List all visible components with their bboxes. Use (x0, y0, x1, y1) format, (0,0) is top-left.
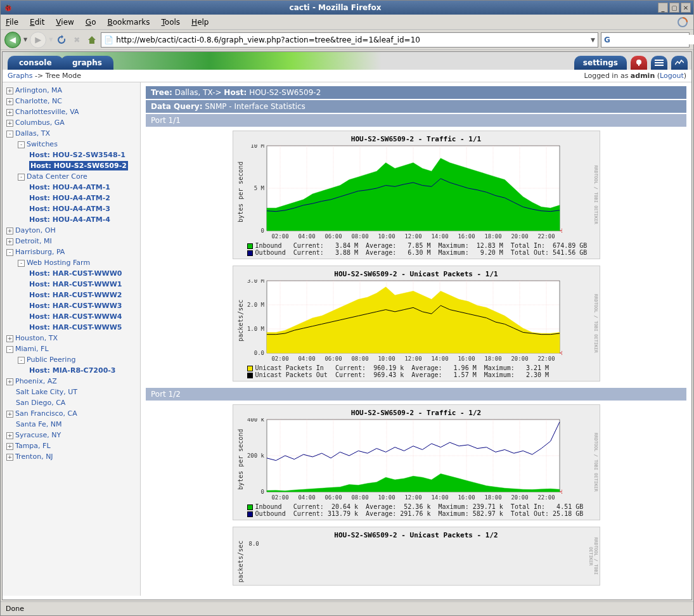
tree-host-item[interactable]: Host: HAR-CUST-WWW4 (4, 311, 139, 322)
tree-node[interactable]: -Dallas, TX (4, 128, 139, 139)
tree-host-item[interactable]: Host: HAR-CUST-WWW2 (4, 290, 139, 300)
tree-link[interactable]: Charlotte, NC (15, 97, 62, 105)
tree-node[interactable]: +Arlington, MA (4, 85, 139, 96)
list-view-icon[interactable] (651, 56, 667, 70)
tree-host-item[interactable]: Host: HOU-A4-ATM-3 (4, 203, 139, 214)
tree-node[interactable]: Salt Lake City, UT (4, 387, 139, 397)
expand-icon[interactable]: + (6, 432, 13, 439)
tree-link[interactable]: Web Hosting Farm (27, 259, 90, 267)
tree-node[interactable]: +Trenton, NJ (4, 451, 139, 462)
tree-link[interactable]: Host: HAR-CUST-WWW5 (29, 323, 122, 331)
search-input[interactable] (613, 35, 694, 44)
forward-dropdown-icon[interactable]: ▼ (49, 37, 53, 42)
tree-node[interactable]: San Diego, CA (4, 397, 139, 408)
url-input[interactable] (116, 35, 588, 44)
expand-icon[interactable]: - (18, 174, 25, 181)
expand-icon[interactable]: - (6, 346, 13, 353)
graph-unicast12[interactable]: RRDTOOL / TOBI OETIKER HOU-S2-SW6509-2 -… (233, 527, 600, 586)
search-engine-icon[interactable]: G (604, 35, 610, 44)
expand-icon[interactable]: + (6, 411, 13, 418)
tree-host-item[interactable]: Host: HAR-CUST-WWW1 (4, 279, 139, 290)
tree-node[interactable]: +Charlotte, NC (4, 96, 139, 106)
tree-link[interactable]: Host: HAR-CUST-WWW1 (29, 280, 122, 288)
tree-link[interactable]: Miami, FL (15, 345, 49, 353)
tree-link[interactable]: Host: HAR-CUST-WWW4 (29, 312, 122, 321)
expand-icon[interactable]: + (6, 238, 13, 245)
preview-view-icon[interactable] (671, 56, 688, 70)
tree-node[interactable]: -Miami, FL (4, 343, 139, 354)
tree-node[interactable]: +Syracuse, NY (4, 430, 139, 440)
tree-link[interactable]: Columbus, GA (15, 119, 65, 127)
tree-node[interactable]: +Charlottesville, VA (4, 106, 139, 117)
tree-link[interactable]: Detroit, MI (15, 237, 52, 245)
expand-icon[interactable]: + (6, 87, 13, 94)
tab-console[interactable]: console (8, 56, 63, 70)
tree-node[interactable]: +Columbus, GA (4, 117, 139, 128)
menu-tools[interactable]: Tools (162, 18, 181, 27)
expand-icon[interactable]: + (6, 228, 13, 234)
tree-host-item[interactable]: Host: HOU-S2-SW3548-1 (4, 150, 139, 160)
tree-node[interactable]: +Detroit, MI (4, 236, 139, 247)
tree-node[interactable]: -Harrisburg, PA (4, 247, 139, 257)
search-box[interactable]: G (601, 32, 690, 48)
tree-host-item[interactable]: Host: HOU-S2-SW6509-2 (4, 160, 139, 171)
tree-link[interactable]: Host: HOU-A4-ATM-1 (29, 183, 110, 191)
tree-node[interactable]: +Tampa, FL (4, 440, 139, 451)
tree-node[interactable]: -Public Peering (4, 354, 139, 365)
tree-host-item[interactable]: Host: HOU-A4-ATM-4 (4, 214, 139, 225)
tree-link[interactable]: Host: HOU-S2-SW3548-1 (29, 151, 125, 159)
graph-traffic12[interactable]: RRDTOOL / TOBI OETIKER HOU-S2-SW6509-2 -… (233, 404, 600, 520)
expand-icon[interactable]: + (6, 378, 13, 385)
close-button[interactable]: ✕ (681, 3, 691, 13)
expand-icon[interactable]: + (6, 109, 13, 116)
ntop-icon[interactable] (631, 56, 647, 70)
expand-icon[interactable]: + (6, 98, 13, 105)
tab-settings[interactable]: settings (574, 56, 627, 70)
tree-link[interactable]: Harrisburg, PA (15, 248, 65, 256)
tree-node[interactable]: -Web Hosting Farm (4, 257, 139, 268)
tree-host-item[interactable]: Host: HAR-CUST-WWW0 (4, 268, 139, 279)
expand-icon[interactable]: - (6, 131, 13, 138)
url-bar[interactable]: 📄 ▼ (101, 32, 598, 48)
tree-link[interactable]: Host: HAR-CUST-WWW3 (29, 302, 122, 310)
url-dropdown-icon[interactable]: ▼ (591, 37, 595, 43)
menu-file[interactable]: File (6, 18, 18, 27)
expand-icon[interactable]: - (18, 141, 25, 148)
minimize-button[interactable]: _ (658, 3, 668, 13)
menu-go[interactable]: Go (86, 18, 96, 27)
home-button[interactable] (86, 34, 98, 46)
logout-link[interactable]: Logout (660, 72, 684, 80)
expand-icon[interactable]: - (6, 249, 13, 256)
tree-link[interactable]: Host: HOU-S2-SW6509-2 (29, 161, 128, 170)
back-button[interactable]: ◀ (4, 32, 21, 48)
tree-node[interactable]: -Switches (4, 139, 139, 150)
back-dropdown-icon[interactable]: ▼ (23, 37, 27, 42)
tree-link[interactable]: Dallas, TX (15, 129, 50, 138)
expand-icon[interactable]: + (6, 335, 13, 342)
tree-node[interactable]: +Dayton, OH (4, 225, 139, 236)
tree-link[interactable]: Host: MIA-R8-C7200-3 (29, 366, 116, 375)
forward-button[interactable]: ▶ (30, 32, 46, 48)
tree-link[interactable]: Host: HOU-A4-ATM-2 (29, 194, 110, 202)
tree-host-item[interactable]: Host: HOU-A4-ATM-1 (4, 182, 139, 193)
maximize-button[interactable]: ▢ (669, 3, 679, 13)
tree-node[interactable]: +Phoenix, AZ (4, 376, 139, 387)
tree-link[interactable]: Trenton, NJ (15, 452, 53, 461)
tree-link[interactable]: Switches (27, 140, 58, 148)
tree-link[interactable]: Host: HOU-A4-ATM-3 (29, 205, 110, 213)
expand-icon[interactable]: + (6, 454, 13, 461)
tab-graphs[interactable]: graphs (61, 56, 113, 70)
tree-link[interactable]: Syracuse, NY (15, 431, 61, 439)
expand-icon[interactable]: - (18, 260, 25, 267)
tree-link[interactable]: Houston, TX (15, 334, 58, 342)
tree-host-item[interactable]: Host: MIA-R8-C7200-3 (4, 365, 139, 376)
tree-link[interactable]: Host: HAR-CUST-WWW0 (29, 269, 122, 278)
tree-node[interactable]: +San Francisco, CA (4, 408, 139, 419)
tree-link[interactable]: Host: HAR-CUST-WWW2 (29, 291, 122, 299)
tree-link[interactable]: San Diego, CA (16, 399, 65, 407)
tree-node[interactable]: -Data Center Core (4, 171, 139, 182)
tree-node[interactable]: +Houston, TX (4, 333, 139, 343)
tree-sidebar[interactable]: +Arlington, MA+Charlotte, NC+Charlottesv… (3, 82, 141, 596)
tree-host-item[interactable]: Host: HAR-CUST-WWW3 (4, 300, 139, 311)
tree-host-item[interactable]: Host: HAR-CUST-WWW5 (4, 322, 139, 333)
